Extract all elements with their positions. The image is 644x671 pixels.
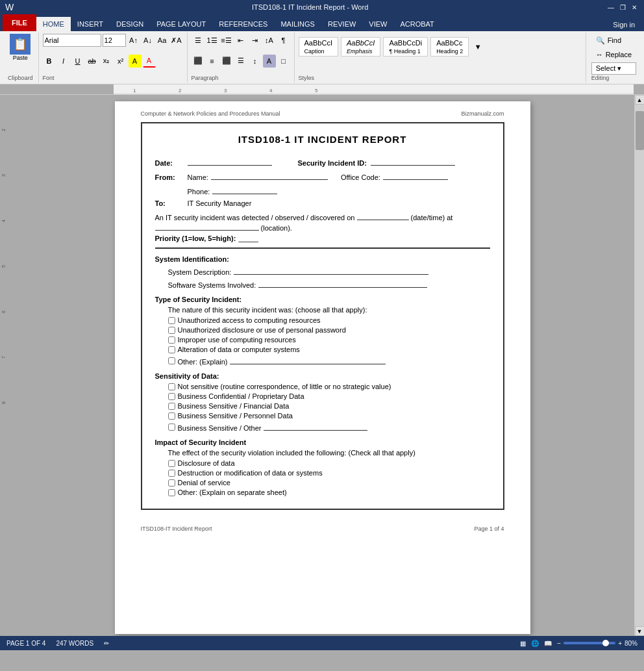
decrease-indent-button[interactable]: ⇤ [234,34,247,47]
vertical-scrollbar[interactable]: ▲ ▼ [634,95,644,636]
align-center-button[interactable]: ≡ [206,55,219,68]
subscript-button[interactable]: x₂ [100,55,113,68]
numbering-button[interactable]: 1☰ [206,34,219,47]
paste-button[interactable]: 📋 Paste [10,34,31,61]
phone-field[interactable] [212,185,277,194]
show-marks-button[interactable]: ¶ [277,34,290,47]
incident-date-field[interactable] [357,211,409,220]
replace-button[interactable]: ↔ Replace [591,48,636,61]
zoom-out-button[interactable]: − [557,640,561,647]
sensitivity-checkboxes: Not sensitive (routine correspondence, o… [155,383,490,432]
style-heading1[interactable]: AaBbCcDi ¶ Heading 1 [383,37,428,57]
align-right-button[interactable]: ⬛ [220,55,233,68]
tab-home[interactable]: HOME [36,17,71,31]
font-name-input[interactable] [43,34,101,47]
security-id-field[interactable] [371,157,455,166]
document-page: Computer & Network Policies and Procedur… [115,101,530,634]
style-emphasis[interactable]: AaBbCcI Emphasis [341,37,380,57]
tab-acrobat[interactable]: ACROBAT [393,17,440,31]
change-case-button[interactable]: Aa [156,34,169,47]
checkbox-business-confidential-input[interactable] [168,393,175,400]
text-highlight-button[interactable]: A [129,55,142,68]
other-type-field[interactable] [230,355,386,364]
to-value: IT Security Manager [188,199,252,207]
find-button[interactable]: 🔍 Find [591,34,636,47]
checkbox-unauthorized-access-input[interactable] [168,317,175,324]
date-row: Date: Security Incident ID: [155,157,490,167]
underline-button[interactable]: U [71,55,84,68]
svg-text:6: 6 [1,310,6,313]
checkbox-unauthorized-disclosure-input[interactable] [168,327,175,334]
sort-button[interactable]: ↕A [263,34,276,47]
checkbox-financial-input[interactable] [168,403,175,410]
date-field[interactable] [188,157,272,166]
checkbox-alteration-input[interactable] [168,346,175,353]
align-left-button[interactable]: ⬛ [192,55,204,68]
increase-indent-button[interactable]: ⇥ [249,34,262,47]
strikethrough-button[interactable]: ab [86,55,99,68]
other-sensitive-field[interactable] [264,422,367,431]
title-bar-title: ITSD108-1 IT Incident Report - Word [14,3,606,11]
checkbox-other-sensitive-input[interactable] [168,424,175,431]
checkbox-personnel-input[interactable] [168,412,175,420]
close-button[interactable]: ✕ [630,3,639,12]
tab-view[interactable]: VIEW [362,17,393,31]
checkbox-disclosure-input[interactable] [168,460,175,467]
view-print-button[interactable]: ▦ [520,640,526,647]
checkbox-denial-input[interactable] [168,479,175,487]
tab-page-layout[interactable]: PAGE LAYOUT [150,17,212,31]
incident-location-field[interactable] [155,222,259,231]
restore-button[interactable]: ❐ [618,3,627,12]
multilevel-button[interactable]: ≡☰ [220,34,233,47]
page-scroll-area[interactable]: Computer & Network Policies and Procedur… [10,95,634,636]
ribbon-tabs: FILE HOME INSERT DESIGN PAGE LAYOUT REFE… [0,14,644,31]
view-read-button[interactable]: 📖 [544,640,552,647]
checkbox-improper-use-input[interactable] [168,336,175,344]
decrease-font-button[interactable]: A↓ [142,34,155,47]
office-code-field[interactable] [383,171,448,180]
line-spacing-button[interactable]: ↕ [249,55,262,68]
file-tab[interactable]: FILE [3,14,36,31]
style-caption[interactable]: AaBbCcI Caption [299,37,338,57]
font-color-button[interactable]: A [143,55,156,68]
checkbox-other-impact-input[interactable] [168,489,175,496]
system-desc-label: System Description: [168,268,232,276]
zoom-slider[interactable] [564,642,615,644]
checkbox-other-sensitive: Business Sensitive / Other [168,422,490,432]
shading-button[interactable]: A [263,55,276,68]
font-size-input[interactable] [103,34,126,47]
italic-button[interactable]: I [57,55,70,68]
superscript-button[interactable]: x² [114,55,127,68]
styles-more-button[interactable]: ▼ [471,34,484,60]
bullets-button[interactable]: ☰ [192,34,204,47]
justify-button[interactable]: ☰ [234,55,247,68]
tab-references[interactable]: REFERENCES [212,17,274,31]
increase-font-button[interactable]: A↑ [127,34,140,47]
tab-mailings[interactable]: MAILINGS [274,17,321,31]
tab-review[interactable]: REVIEW [321,17,362,31]
border-button[interactable]: □ [277,55,290,68]
checkbox-destruction-input[interactable] [168,470,175,477]
tab-insert[interactable]: INSERT [71,17,110,31]
phone-label: Phone: [188,188,210,196]
scroll-down-button[interactable]: ▼ [635,626,645,636]
name-field[interactable] [211,171,328,180]
svg-text:3: 3 [224,88,227,94]
checkbox-other-type-input[interactable] [168,357,175,364]
system-desc-field[interactable] [234,266,428,275]
clear-format-button[interactable]: ✗A [170,34,183,47]
style-heading2[interactable]: AaBbCc Heading 2 [430,37,469,57]
select-button[interactable]: Select ▾ [591,62,636,75]
software-field[interactable] [258,279,427,288]
impact-checkboxes: Disclosure of data Destruction or modifi… [155,459,490,496]
view-web-button[interactable]: 🌐 [531,640,539,647]
bold-button[interactable]: B [43,55,56,68]
scroll-track[interactable] [635,105,645,626]
tab-design[interactable]: DESIGN [110,17,150,31]
zoom-in-button[interactable]: + [618,640,622,647]
sign-in-button[interactable]: Sign in [606,18,641,31]
checkbox-not-sensitive-input[interactable] [168,383,175,390]
scroll-thumb[interactable] [636,111,644,150]
minimize-button[interactable]: — [606,3,615,12]
scroll-up-button[interactable]: ▲ [635,95,645,105]
